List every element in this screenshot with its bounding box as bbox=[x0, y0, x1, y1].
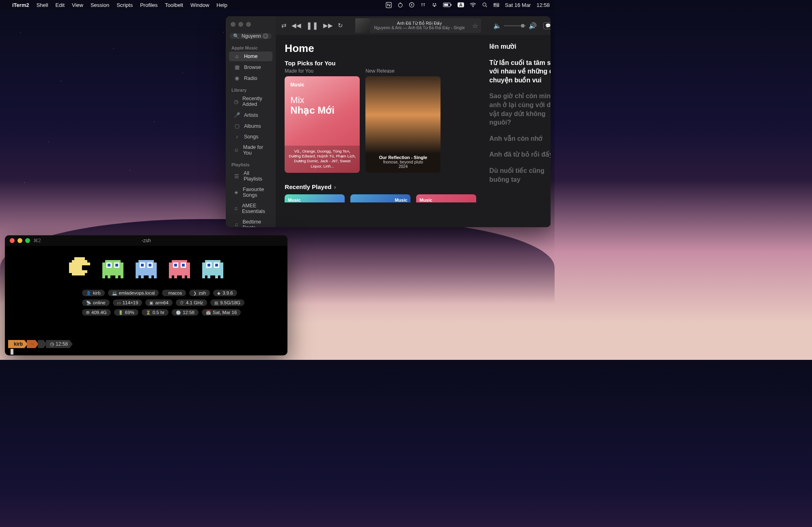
shuffle-icon[interactable]: ⇄ bbox=[281, 22, 287, 29]
stat-shell: ❯zsh bbox=[189, 290, 210, 296]
sidebar-item-radio[interactable]: ◉Radio bbox=[229, 73, 272, 83]
sidebar-item-amee-essentials[interactable]: ♫AMEE Essentials bbox=[229, 201, 272, 216]
repeat-icon[interactable]: ↻ bbox=[338, 22, 343, 29]
favourite-star-icon[interactable]: ☆ bbox=[469, 22, 481, 30]
menu-edit[interactable]: Edit bbox=[56, 2, 65, 8]
sidebar-item-songs[interactable]: ♪Songs bbox=[229, 132, 272, 142]
previous-icon[interactable]: ◀◀ bbox=[292, 22, 301, 29]
notion-menubar-icon[interactable] bbox=[386, 2, 392, 8]
pacman-icon bbox=[67, 255, 93, 281]
lyrics-toggle-icon[interactable]: 💬 bbox=[543, 22, 551, 29]
home-icon: ⌂ bbox=[234, 54, 240, 59]
prompt-user: kirb bbox=[8, 340, 28, 348]
card-our-reflection[interactable]: Our Reflection - Single fnonose, beyond … bbox=[365, 76, 441, 173]
sidebar-item-albums[interactable]: ▢Albums bbox=[229, 121, 272, 131]
menubar: iTerm2 Shell Edit View Session Scripts P… bbox=[0, 0, 555, 10]
apple-music-badge: Music bbox=[290, 82, 354, 88]
lyrics-panel[interactable]: lên mười Từ lần cuối ta tâm sự với nhau … bbox=[485, 35, 551, 227]
album-art-icon bbox=[355, 18, 370, 33]
menu-shell[interactable]: Shell bbox=[37, 2, 48, 8]
play-menubar-icon[interactable] bbox=[409, 2, 415, 8]
input-source-icon[interactable]: A bbox=[458, 2, 464, 7]
music-sidebar: 🔍 Nguyenn ✕ Apple Music ⌂Home ▦Browse ◉R… bbox=[226, 16, 276, 227]
svg-rect-29 bbox=[174, 264, 177, 266]
mix-title: Nhạc Mới bbox=[290, 105, 354, 115]
svg-point-13 bbox=[473, 6, 473, 7]
wifi-menubar-icon[interactable] bbox=[470, 2, 476, 7]
clear-search-icon[interactable]: ✕ bbox=[263, 33, 268, 39]
svg-point-6 bbox=[435, 3, 436, 4]
svg-point-14 bbox=[483, 3, 486, 6]
volume-low-icon: 🔈 bbox=[493, 22, 501, 30]
sidebar-section-library: Library bbox=[226, 84, 276, 93]
terminal-body[interactable]: 👤kirb 💻emladevops.local macos ❯zsh ◆3.9.… bbox=[5, 246, 287, 355]
caption-made-for-you: Made for You bbox=[285, 68, 360, 74]
paw-menubar-icon[interactable] bbox=[432, 2, 437, 8]
terminal-title: -zsh bbox=[142, 238, 151, 243]
section-recently-played[interactable]: Recently Played › bbox=[285, 183, 476, 190]
recent-card-2[interactable]: Music bbox=[350, 194, 410, 202]
sidebar-item-made-for-you[interactable]: ☺Made for You bbox=[229, 142, 272, 158]
playlist-icon: ♫ bbox=[234, 206, 238, 211]
sidebar-item-browse[interactable]: ▦Browse bbox=[229, 62, 272, 72]
settings-menubar-icon[interactable] bbox=[420, 2, 426, 8]
menu-toolbelt[interactable]: Toolbelt bbox=[165, 2, 183, 8]
sidebar-item-all-playlists[interactable]: ☰All Playlists bbox=[229, 168, 272, 184]
ghost-pink-icon bbox=[166, 255, 192, 281]
music-traffic-lights[interactable] bbox=[226, 20, 276, 31]
volume-slider[interactable] bbox=[504, 25, 526, 26]
recent-card-1[interactable]: Music bbox=[285, 194, 345, 202]
recent-card-3[interactable]: Music bbox=[416, 194, 476, 202]
svg-rect-21 bbox=[108, 264, 110, 266]
shell-prompt: kirb ~ ◷12:58 bbox=[8, 340, 72, 348]
terminal-traffic-lights[interactable] bbox=[5, 238, 35, 243]
sidebar-item-recently-added[interactable]: ◷Recently Added bbox=[229, 94, 272, 109]
release-title: Our Reflection - Single bbox=[365, 155, 441, 160]
sidebar-item-home[interactable]: ⌂Home bbox=[229, 52, 272, 61]
terminal-titlebar[interactable]: ⌘2 -zsh bbox=[5, 235, 287, 246]
svg-point-4 bbox=[423, 3, 425, 4]
terminal-window: ⌘2 -zsh 👤kirb 💻emladevops.local macos ❯z… bbox=[5, 235, 287, 355]
sidebar-item-bedtime-beats[interactable]: ♫Bedtime Beats bbox=[229, 217, 272, 227]
menu-profiles[interactable]: Profiles bbox=[140, 2, 158, 8]
tomato-menubar-icon[interactable] bbox=[397, 2, 403, 8]
svg-point-1 bbox=[398, 3, 402, 7]
menu-session[interactable]: Session bbox=[91, 2, 109, 8]
menu-view[interactable]: View bbox=[72, 2, 83, 8]
svg-rect-25 bbox=[141, 264, 143, 266]
radio-icon: ◉ bbox=[234, 75, 240, 81]
now-playing-title: Anh Đã Từ Bỏ Rồi Đấy bbox=[374, 21, 464, 26]
card-mix-new-music[interactable]: Music Mix Nhạc Mới Vũ., Orange, Duongg, … bbox=[285, 76, 360, 173]
sidebar-item-favourite-songs[interactable]: ★Favourite Songs bbox=[229, 185, 272, 200]
menubar-time[interactable]: 12:58 bbox=[536, 2, 550, 8]
svg-point-7 bbox=[432, 5, 433, 6]
album-icon: ▢ bbox=[234, 123, 240, 129]
now-playing[interactable]: Anh Đã Từ Bỏ Rồi Đấy Nguyenn & Aric — An… bbox=[355, 18, 481, 33]
menubar-app-name[interactable]: iTerm2 bbox=[12, 2, 29, 8]
sidebar-item-artists[interactable]: 🎤Artists bbox=[229, 110, 272, 120]
stat-python: ◆3.9.6 bbox=[213, 290, 237, 296]
ghost-cyan-icon bbox=[200, 255, 226, 281]
menu-help[interactable]: Help bbox=[216, 2, 227, 8]
lyric-line: lên mười bbox=[489, 42, 551, 51]
search-menubar-icon[interactable] bbox=[482, 2, 488, 8]
lyric-line: Dù nuối tiếc cũng buông tay bbox=[489, 166, 551, 184]
lyric-line: Anh đã từ bỏ rồi đấy bbox=[489, 150, 551, 159]
now-playing-subtitle: Nguyenn & Aric — Anh Đã Từ Bỏ Rồi Đấy - … bbox=[374, 26, 464, 30]
menu-scripts[interactable]: Scripts bbox=[117, 2, 133, 8]
page-title: Home bbox=[285, 42, 476, 55]
pause-icon[interactable]: ❚❚ bbox=[306, 21, 318, 30]
svg-point-8 bbox=[435, 5, 436, 6]
stat-arch: ▣arm64 bbox=[145, 299, 173, 306]
clock-icon: ◷ bbox=[234, 99, 238, 105]
lyric-line: Từ lần cuối ta tâm sự với nhau về những … bbox=[489, 58, 551, 85]
battery-menubar-icon[interactable] bbox=[443, 2, 452, 7]
next-icon[interactable]: ▶▶ bbox=[323, 22, 333, 29]
control-center-icon[interactable] bbox=[493, 2, 499, 7]
menu-window[interactable]: Window bbox=[190, 2, 209, 8]
svg-rect-26 bbox=[149, 264, 151, 266]
music-search-input[interactable]: 🔍 Nguyenn ✕ bbox=[230, 33, 272, 39]
menubar-date[interactable]: Sat 16 Mar bbox=[505, 2, 531, 8]
lyric-line: Anh vẫn còn nhớ bbox=[489, 134, 551, 143]
note-icon: ♪ bbox=[234, 134, 240, 140]
